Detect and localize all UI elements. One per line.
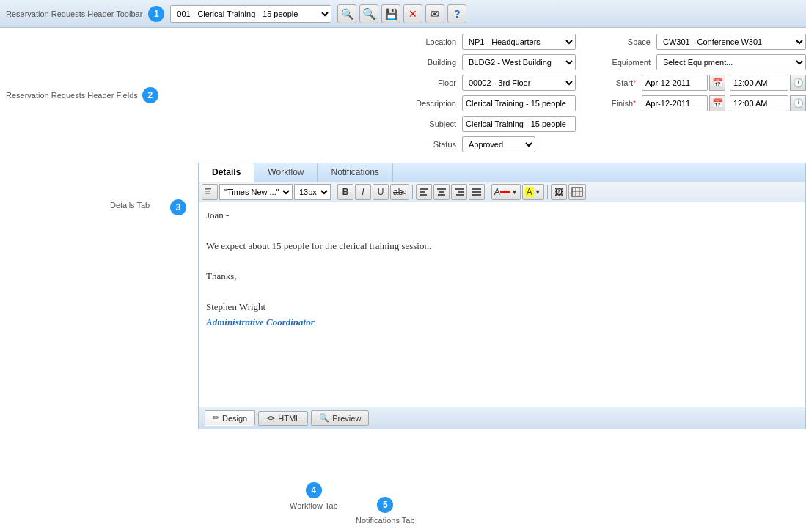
preview-icon: 🔍	[319, 413, 329, 423]
location-label: Location	[396, 37, 462, 46]
svg-rect-6	[437, 188, 446, 190]
svg-rect-0	[205, 188, 211, 190]
preview-view-button[interactable]: 🔍 Preview	[311, 410, 369, 426]
align-center-icon	[436, 188, 447, 196]
location-select[interactable]: NP1 - Headquarters	[462, 34, 576, 50]
details-tab-label: Details Tab	[110, 201, 150, 210]
space-label: Space	[590, 37, 656, 46]
floor-row: Floor 00002 - 3rd Floor	[396, 75, 576, 91]
editor-line-6	[206, 284, 798, 300]
notifications-tab-bubble: 5	[377, 497, 393, 513]
svg-rect-8	[438, 194, 445, 196]
status-select[interactable]: Approved	[462, 136, 535, 152]
tab-details[interactable]: Details	[199, 163, 254, 182]
building-select[interactable]: BLDG2 - West Building	[462, 54, 576, 70]
record-selector[interactable]: 001 - Clerical Training - 15 people	[170, 5, 331, 23]
align-right-button[interactable]	[451, 184, 467, 200]
strikethrough-button[interactable]: abc	[390, 184, 409, 200]
insert-table-icon	[571, 187, 583, 197]
align-left-button[interactable]	[416, 184, 432, 200]
email-button[interactable]: ✉	[425, 4, 444, 23]
search-button[interactable]: 🔍	[337, 4, 356, 23]
font-select[interactable]: "Times New ..."	[219, 184, 293, 200]
right-fields: Space CW301 - Conference W301 Equipment …	[590, 34, 806, 157]
preview-label: Preview	[332, 414, 361, 423]
add-button[interactable]: 🔍 +	[359, 4, 378, 23]
align-center-button[interactable]	[433, 184, 450, 200]
format-icon	[205, 187, 215, 197]
save-button[interactable]: 💾	[381, 4, 400, 23]
format-button[interactable]	[202, 184, 218, 200]
floor-label: Floor	[396, 78, 462, 87]
insert-table-button[interactable]	[568, 184, 586, 200]
header-toolbar: Reservation Requests Header Toolbar 1 00…	[0, 0, 806, 28]
tab-bar: Details Workflow Notifications	[198, 163, 806, 182]
svg-rect-10	[458, 191, 464, 193]
tabs-area: 3 Details Tab Details Workflow Notificat…	[198, 163, 806, 429]
editor-line-5: Thanks,	[206, 269, 798, 284]
space-row: Space CW301 - Conference W301	[590, 34, 806, 50]
design-view-button[interactable]: ✏ Design	[205, 410, 255, 426]
start-clock-button[interactable]: 🕐	[790, 75, 806, 91]
justify-button[interactable]	[469, 184, 485, 200]
finish-clock-button[interactable]: 🕐	[790, 95, 806, 111]
font-color-button[interactable]: A ▼	[491, 184, 521, 200]
workflow-tab-bubble: 4	[306, 482, 322, 498]
editor-toolbar: "Times New ..." 13px B I U abc	[198, 182, 806, 202]
header-fields-annotation: Reservation Requests Header Fields 2	[6, 87, 158, 103]
finish-time-input[interactable]	[730, 95, 788, 111]
highlight-button[interactable]: A ▼	[522, 184, 544, 200]
start-row: Start 📅 🕐	[590, 75, 806, 91]
finish-calendar-button[interactable]: 📅	[709, 95, 725, 111]
start-label: Start	[590, 78, 642, 87]
size-select[interactable]: 13px	[294, 184, 331, 200]
workflow-annotation: 4 Workflow Tab	[290, 482, 338, 510]
svg-rect-12	[472, 188, 481, 190]
editor-body[interactable]: Joan - We expect about 15 people for the…	[198, 202, 806, 407]
equipment-row: Equipment Select Equipment...	[590, 54, 806, 70]
insert-image-button[interactable]: 🖼	[551, 184, 567, 200]
svg-rect-15	[572, 188, 582, 196]
tab-workflow[interactable]: Workflow	[254, 163, 318, 182]
align-right-icon	[454, 188, 464, 196]
building-label: Building	[396, 58, 462, 67]
left-fields: Location NP1 - Headquarters Building BLD…	[396, 34, 576, 157]
html-label: HTML	[278, 414, 300, 423]
description-input[interactable]	[462, 95, 576, 111]
space-select[interactable]: CW301 - Conference W301	[656, 34, 806, 50]
details-tab-bubble: 3	[170, 199, 186, 215]
floor-select[interactable]: 00002 - 3rd Floor	[462, 75, 576, 91]
align-left-icon	[419, 188, 429, 196]
underline-button[interactable]: U	[373, 184, 389, 200]
equipment-label: Equipment	[590, 58, 656, 67]
help-button[interactable]: ?	[447, 4, 466, 23]
start-date-input[interactable]	[642, 75, 708, 91]
start-time-input[interactable]	[730, 75, 788, 91]
svg-rect-9	[455, 188, 464, 190]
delete-button[interactable]: ✕	[403, 4, 422, 23]
start-calendar-button[interactable]: 📅	[709, 75, 725, 91]
tab-notifications[interactable]: Notifications	[318, 163, 392, 182]
svg-rect-14	[472, 194, 481, 196]
subject-label: Subject	[396, 119, 462, 128]
svg-rect-11	[456, 194, 464, 196]
editor-line-8: Administrative Coordinator	[206, 315, 798, 330]
editor-line-4	[206, 254, 798, 269]
toolbar-icons: 🔍 🔍 + 💾 ✕ ✉ ?	[337, 4, 466, 23]
editor-line-3: We expect about 15 people for the cleric…	[206, 239, 798, 254]
location-row: Location NP1 - Headquarters	[396, 34, 576, 50]
design-label: Design	[222, 414, 247, 423]
svg-rect-5	[420, 194, 427, 196]
equipment-select[interactable]: Select Equipment...	[656, 54, 806, 70]
bold-button[interactable]: B	[337, 184, 353, 200]
finish-date-input[interactable]	[642, 95, 708, 111]
design-icon: ✏	[213, 413, 219, 423]
svg-rect-3	[420, 188, 428, 190]
svg-rect-2	[205, 193, 210, 194]
svg-rect-7	[439, 191, 444, 193]
subject-input[interactable]	[462, 116, 576, 132]
separator-1	[334, 185, 334, 199]
italic-button[interactable]: I	[355, 184, 371, 200]
html-icon: <>	[266, 414, 275, 422]
html-view-button[interactable]: <> HTML	[258, 411, 308, 426]
